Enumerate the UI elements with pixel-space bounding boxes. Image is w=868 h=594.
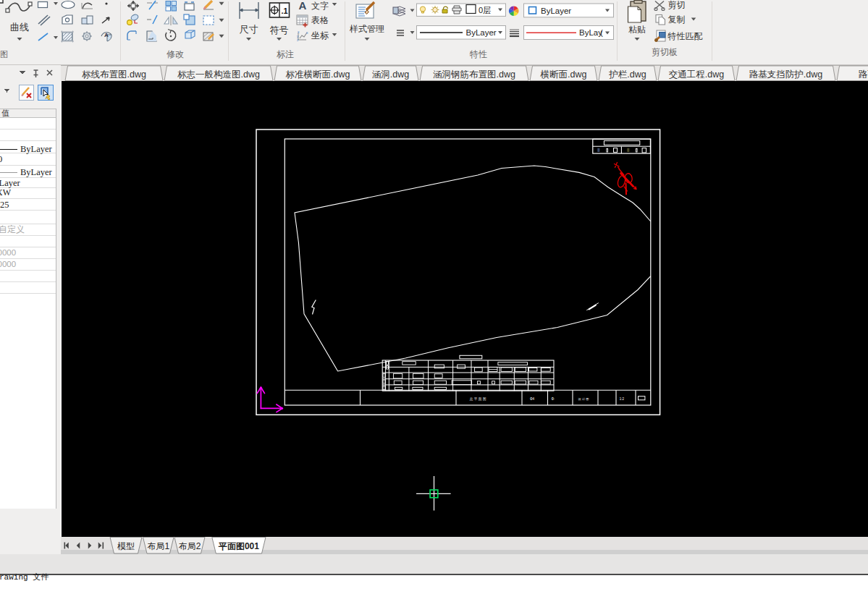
svg-text:0000: 0000 [0, 248, 16, 257]
svg-text:标准横断面.dwg: 标准横断面.dwg [286, 69, 350, 80]
svg-text:坐标: 坐标 [311, 30, 329, 41]
svg-text:ByLayer: ByLayer [541, 7, 571, 15]
svg-text:Φ·: Φ· [551, 397, 555, 401]
svg-text:涵洞钢筋布置图.dwg: 涵洞钢筋布置图.dwg [433, 69, 515, 80]
svg-text:粘贴: 粘贴 [628, 25, 646, 35]
svg-text:ByLayer: ByLayer [0, 178, 21, 188]
svg-text:交通工程.dwg: 交通工程.dwg [669, 69, 724, 80]
svg-text:模型: 模型 [117, 541, 135, 551]
svg-text:ByLay: ByLay [579, 28, 602, 37]
svg-text:复制: 复制 [668, 14, 686, 25]
svg-text:设计图: 设计图 [578, 397, 589, 401]
svg-text:布局2: 布局2 [179, 541, 201, 551]
svg-text:25: 25 [0, 200, 9, 210]
svg-text:曲线: 曲线 [10, 22, 29, 33]
svg-text:ByLayer: ByLayer [20, 144, 53, 154]
svg-text:总平面图: 总平面图 [470, 396, 486, 402]
svg-text:剪切: 剪切 [668, 0, 686, 10]
svg-text:修改: 修改 [167, 49, 184, 59]
svg-text:尺寸: 尺寸 [240, 24, 258, 35]
svg-text:XW: XW [0, 187, 12, 198]
svg-text:ByLayer: ByLayer [20, 167, 53, 177]
svg-text:图: 图 [0, 50, 8, 59]
svg-text:A: A [299, 0, 307, 12]
svg-text:符号: 符号 [270, 25, 289, 35]
svg-text:横断面.dwg: 横断面.dwg [540, 69, 587, 80]
svg-text:0000: 0000 [0, 260, 16, 268]
svg-text:值: 值 [1, 109, 9, 117]
svg-text:护栏.dwg: 护栏.dwg [608, 69, 646, 80]
svg-text:标注: 标注 [277, 49, 294, 59]
svg-text:涵洞.dwg: 涵洞.dwg [372, 69, 409, 80]
svg-text:路面结构.dwg: 路面结构.dwg [859, 69, 868, 80]
svg-text:.1: .1 [281, 7, 287, 15]
svg-text:ByLayer: ByLayer [466, 28, 497, 37]
svg-text:自定义: 自定义 [0, 224, 25, 234]
svg-text:rawing 文件: rawing 文件 [0, 572, 49, 582]
svg-text:Φ4: Φ4 [530, 397, 535, 401]
svg-text:(: ( [600, 28, 603, 37]
svg-text:特性匹配: 特性匹配 [667, 31, 703, 41]
svg-text:剪切板: 剪切板 [652, 47, 678, 57]
svg-text:表格: 表格 [311, 15, 329, 25]
svg-text:0层: 0层 [479, 6, 491, 14]
svg-text:0: 0 [0, 154, 2, 164]
svg-text:1:2: 1:2 [620, 397, 625, 401]
svg-text:布局1: 布局1 [147, 541, 169, 551]
svg-text:标志一般构造图.dwg: 标志一般构造图.dwg [177, 69, 260, 80]
svg-text:A: A [104, 32, 109, 38]
svg-text:路基支挡防护.dwg: 路基支挡防护.dwg [749, 69, 822, 80]
svg-text:特性: 特性 [469, 49, 487, 59]
svg-text:标线布置图.dwg: 标线布置图.dwg [82, 69, 146, 80]
svg-text:文字: 文字 [311, 1, 329, 11]
svg-text:样式管理: 样式管理 [349, 24, 384, 34]
svg-text:平面图001: 平面图001 [218, 541, 259, 551]
